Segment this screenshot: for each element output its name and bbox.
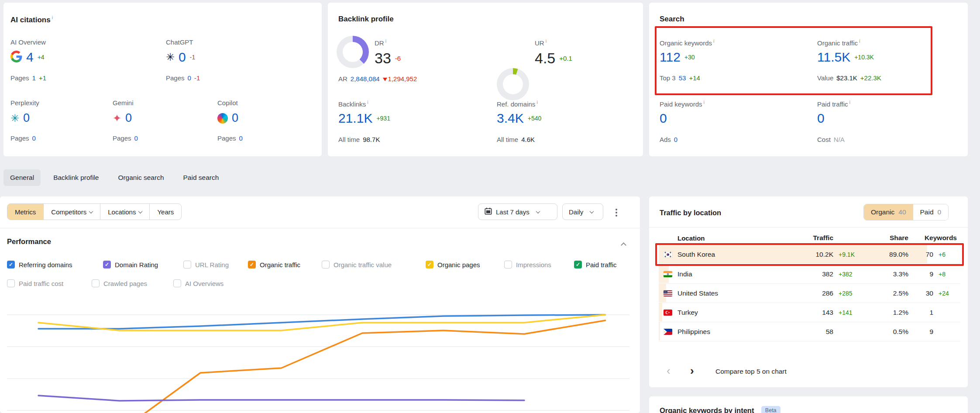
- checkbox-icon: [504, 261, 512, 268]
- checkbox-paid-traffic[interactable]: ✓Paid traffic: [574, 260, 617, 269]
- granularity-button[interactable]: Daily: [562, 203, 603, 220]
- tab-paid-search[interactable]: Paid search: [177, 169, 226, 186]
- chevron-down-icon: [89, 209, 93, 213]
- checkbox-icon: ✓: [103, 261, 111, 268]
- checkbox-icon: ✓: [248, 261, 256, 268]
- traffic-by-location-card: Traffic by location Organic 40 Paid 0 Lo…: [649, 196, 968, 387]
- chevron-down-icon: [138, 209, 143, 213]
- organic-keywords-label: Organic keywordsi: [660, 38, 715, 47]
- flag-south-korea-icon: [664, 251, 672, 258]
- collapse-section-button[interactable]: [622, 241, 626, 249]
- performance-line-chart[interactable]: [0, 286, 640, 413]
- organic-traffic-label: Organic traffici: [817, 38, 860, 47]
- backlinks-value-row: 21.1K +931: [338, 111, 390, 126]
- checkbox-organic-traffic-value[interactable]: Organic traffic value: [322, 260, 392, 269]
- gemini-value[interactable]: 0: [125, 111, 132, 125]
- copilot-pages: Pages 0: [217, 134, 243, 142]
- chatgpt-value[interactable]: 0: [179, 50, 186, 65]
- traffic-table-header: Location Traffic Share Keywords: [659, 232, 960, 244]
- checkbox-icon: ✓: [426, 261, 433, 268]
- paid-keywords-value[interactable]: 0: [660, 111, 667, 126]
- perplexity-label: Perplexity: [10, 99, 39, 107]
- ref-domains-delta: +540: [528, 115, 542, 122]
- keywords-link[interactable]: 70: [914, 251, 933, 258]
- dr-delta: -6: [395, 55, 401, 62]
- ar-value-link[interactable]: 2,848,084: [351, 75, 380, 83]
- backlinks-alltime: All time 98.7K: [338, 136, 380, 143]
- filter-segmented-control: Metrics Competitors Locations Years: [7, 203, 182, 220]
- info-icon[interactable]: i: [849, 100, 850, 105]
- toggle-paid[interactable]: Paid 0: [913, 204, 949, 220]
- metrics-filter-button[interactable]: Metrics: [7, 204, 44, 220]
- locations-filter-button[interactable]: Locations: [100, 204, 150, 220]
- toggle-organic[interactable]: Organic 40: [864, 204, 913, 220]
- dr-donut-chart: [337, 36, 369, 68]
- info-icon[interactable]: i: [713, 38, 714, 44]
- ai-overview-value-row: 4 +4: [10, 50, 45, 65]
- paid-traffic-value[interactable]: 0: [817, 111, 825, 126]
- perplexity-value[interactable]: 0: [23, 111, 30, 125]
- traffic-row-south-korea[interactable]: South Korea 10.2K +9.1K 89.0% 70 +6: [659, 245, 960, 264]
- tab-backlink-profile[interactable]: Backlink profile: [47, 169, 105, 186]
- competitors-filter-button[interactable]: Competitors: [44, 204, 100, 220]
- organic-traffic-value[interactable]: 11.5K: [817, 50, 850, 65]
- backlinks-value[interactable]: 21.1K: [338, 111, 372, 126]
- copilot-value[interactable]: 0: [232, 111, 238, 125]
- keywords-link[interactable]: 9: [914, 328, 933, 336]
- checkbox-impressions[interactable]: Impressions: [504, 260, 551, 269]
- gemini-value-row: ✦ 0: [113, 111, 132, 125]
- previous-page-button[interactable]: ‹: [667, 365, 671, 376]
- chevron-up-icon: [621, 242, 626, 248]
- traffic-row-philippines[interactable]: Philippines 58 0.5% 9: [659, 322, 960, 341]
- info-icon[interactable]: i: [367, 100, 368, 105]
- checkbox-organic-traffic[interactable]: ✓Organic traffic: [248, 260, 300, 269]
- beta-badge: Beta: [761, 406, 781, 413]
- ur-value-row: 4.5 +0.1: [535, 50, 572, 67]
- traffic-row-india[interactable]: India 382 +382 3.3% 9 +8: [659, 265, 960, 284]
- keywords-link[interactable]: 9: [914, 270, 933, 278]
- ai-overview-delta: +4: [38, 54, 45, 61]
- ai-overview-pages: Pages 1 +1: [10, 74, 46, 82]
- ref-domains-value-row: 3.4K +540: [497, 111, 541, 126]
- checkbox-organic-pages[interactable]: ✓Organic pages: [426, 260, 480, 269]
- value-line: Value $23.1K +22.3K: [817, 74, 881, 82]
- checkbox-referring-domains[interactable]: ✓Referring domains: [7, 260, 72, 269]
- ar-delta: 1,294,952: [383, 75, 417, 83]
- info-icon[interactable]: i: [546, 38, 547, 44]
- paid-keywords-value-row: 0: [660, 111, 667, 126]
- more-options-kebab-button[interactable]: [613, 206, 620, 219]
- info-icon[interactable]: i: [704, 100, 705, 105]
- next-page-button[interactable]: ›: [690, 365, 694, 376]
- keywords-link[interactable]: 1: [914, 309, 933, 317]
- toolbar-divider: [0, 228, 640, 228]
- tab-general[interactable]: General: [3, 169, 41, 186]
- ai-overview-value[interactable]: 4: [26, 50, 34, 65]
- years-filter-button[interactable]: Years: [150, 204, 181, 220]
- checkbox-icon: [183, 261, 191, 268]
- info-icon[interactable]: i: [536, 100, 537, 105]
- col-share: Share: [869, 234, 908, 242]
- info-icon[interactable]: i: [52, 15, 53, 20]
- traffic-row-turkey[interactable]: Turkey 143 +141 1.2% 1: [659, 303, 960, 322]
- ref-domains-alltime: All time 4.6K: [497, 136, 535, 143]
- info-icon[interactable]: i: [385, 38, 386, 44]
- info-icon[interactable]: i: [859, 38, 860, 44]
- chatgpt-pages: Pages 0 -1: [166, 74, 200, 82]
- tab-organic-search[interactable]: Organic search: [111, 169, 170, 186]
- checkbox-domain-rating[interactable]: ✓Domain Rating: [103, 260, 158, 269]
- top3-line: Top 3 53 +14: [660, 74, 700, 82]
- compare-top5-button[interactable]: Compare top 5 on chart: [715, 368, 787, 375]
- traffic-row-united-states[interactable]: United States 286 +285 2.5% 30 +24: [659, 284, 960, 303]
- keywords-link[interactable]: 30: [914, 289, 933, 297]
- organic-traffic-value-row: 11.5K +10.3K: [817, 50, 874, 65]
- down-triangle-icon: [383, 78, 387, 81]
- chevron-down-icon: [536, 209, 540, 213]
- backlink-profile-title: Backlink profile: [338, 15, 394, 24]
- copilot-value-row: 0: [217, 111, 238, 125]
- date-range-button[interactable]: Last 7 days: [478, 203, 557, 220]
- checkbox-icon: [322, 261, 330, 268]
- ref-domains-value[interactable]: 3.4K: [497, 111, 524, 126]
- organic-keywords-value[interactable]: 112: [660, 50, 681, 65]
- checkbox-url-rating[interactable]: URL Rating: [183, 260, 229, 269]
- copilot-icon: [217, 113, 228, 124]
